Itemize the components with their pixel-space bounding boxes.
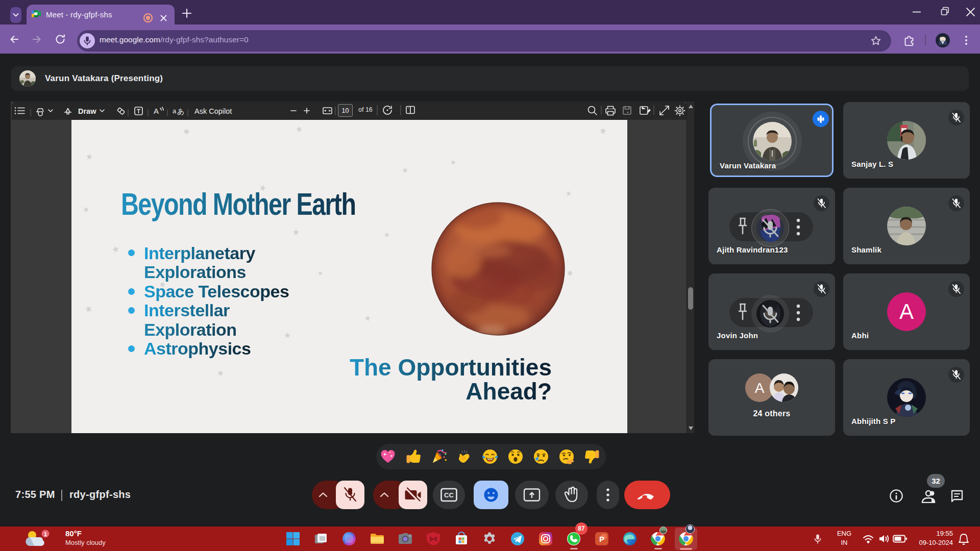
svg-text:Ask Copilot: Ask Copilot (194, 107, 232, 115)
svg-text:Draw: Draw (78, 107, 96, 115)
svg-text:1: 1 (44, 531, 47, 537)
svg-text:CC: CC (444, 491, 454, 499)
svg-text:A: A (154, 107, 159, 115)
svg-text:a: a (173, 107, 177, 115)
svg-text:A: A (755, 380, 765, 396)
svg-text:あ: あ (177, 107, 184, 115)
svg-text:P: P (599, 535, 604, 543)
